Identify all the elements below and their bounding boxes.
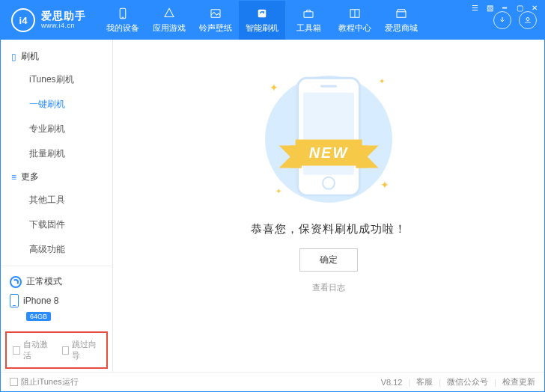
sidebar-status: 正常模式 iPhone 8 64GB [1,266,112,327]
sparkle-icon: ✦ [380,179,389,191]
top-nav: 我的设备 应用游戏 铃声壁纸 智能刷机 工具箱 教程中心 [100,1,424,40]
divider: | [494,378,496,387]
svg-point-5 [526,18,529,21]
window-controls: ☰ ▧ ━ ▢ ✕ [469,3,540,12]
check-update-link[interactable]: 检查更新 [502,376,535,388]
checkbox-label: 阻止iTunes运行 [21,376,79,388]
nav-label: 我的设备 [106,22,139,34]
device-icon [10,294,19,307]
sparkle-icon: ✦ [379,77,385,85]
main-panel: NEW ✦ ✦ ✦ ✦ 恭喜您，保资料刷机成功啦！ 确定 查看日志 [113,40,544,372]
brand-subtitle: www.i4.cn [41,22,86,30]
divider: | [439,378,441,387]
nav-label: 教程中心 [338,22,371,34]
device-row[interactable]: iPhone 8 [8,291,105,310]
nav-flash[interactable]: 智能刷机 [239,1,285,40]
wallpaper-icon [209,7,222,20]
sidebar-item-pro-flash[interactable]: 专业刷机 [1,117,112,141]
mode-icon [10,276,22,288]
device-label: iPhone 8 [23,295,58,306]
nav-ringtones[interactable]: 铃声壁纸 [192,1,239,40]
checkbox-skip-guide[interactable]: 跳过向导 [62,339,101,361]
minimize-icon[interactable]: ━ [499,3,510,12]
phone-icon: ▯ [11,52,16,62]
svg-rect-3 [258,10,267,18]
nav-toolbox[interactable]: 工具箱 [285,1,332,40]
title-bar: ☰ ▧ ━ ▢ ✕ i4 爱思助手 www.i4.cn 我的设备 应用游戏 [1,1,544,40]
nav-label: 工具箱 [296,22,321,34]
download-button[interactable] [493,11,511,29]
success-message: 恭喜您，保资料刷机成功啦！ [251,222,407,236]
close-icon[interactable]: ✕ [529,3,540,12]
checkbox-icon [62,346,70,355]
checkbox-label: 跳过向导 [72,339,100,361]
sparkle-icon: ✦ [275,187,281,195]
group-label: 刷机 [21,50,39,63]
logo-icon: i4 [11,8,35,32]
sidebar-item-other-tools[interactable]: 其他工具 [1,188,112,212]
nav-tutorials[interactable]: 教程中心 [332,1,378,40]
skin-icon[interactable]: ▧ [484,3,495,12]
user-button[interactable] [519,11,537,29]
nav-label: 铃声壁纸 [199,22,232,34]
footer-right: V8.12 | 客服 | 微信公众号 | 检查更新 [381,376,535,388]
divider: | [408,378,410,387]
ribbon-text: NEW [296,139,362,165]
nav-apps[interactable]: 应用游戏 [146,1,192,40]
sidebar-group-more: ≡ 更多 [1,166,112,188]
sidebar: ▯ 刷机 iTunes刷机 一键刷机 专业刷机 批量刷机 ≡ 更多 其他工具 下… [1,40,113,372]
checkbox-icon [10,378,18,386]
svg-rect-4 [304,12,313,18]
brand-title: 爱思助手 [41,10,86,22]
storage-badge: 64GB [26,312,51,321]
menu-icon[interactable]: ☰ [469,3,480,12]
toolbox-icon [302,7,315,20]
sidebar-item-itunes-flash[interactable]: iTunes刷机 [1,67,112,92]
nav-label: 爱思商城 [385,22,418,34]
sparkle-icon: ✦ [270,82,278,94]
support-link[interactable]: 客服 [416,376,433,388]
checkbox-block-itunes[interactable]: 阻止iTunes运行 [10,376,79,388]
sidebar-scroll: ▯ 刷机 iTunes刷机 一键刷机 专业刷机 批量刷机 ≡ 更多 其他工具 下… [1,40,112,266]
options-highlight: 自动激活 跳过向导 [5,331,108,369]
nav-label: 应用游戏 [153,22,186,34]
version-label: V8.12 [381,378,403,387]
sidebar-group-flash: ▯ 刷机 [1,46,112,67]
mode-label: 正常模式 [26,275,62,288]
book-icon [348,7,362,20]
app-window: ☰ ▧ ━ ▢ ✕ i4 爱思助手 www.i4.cn 我的设备 应用游戏 [0,0,545,392]
nav-store[interactable]: 爱思商城 [378,1,424,40]
view-log-link[interactable]: 查看日志 [312,282,345,293]
wechat-link[interactable]: 微信公众号 [447,376,488,388]
sidebar-item-advanced[interactable]: 高级功能 [1,237,112,262]
nav-label: 智能刷机 [246,22,278,34]
status-bar: 阻止iTunes运行 V8.12 | 客服 | 微信公众号 | 检查更新 [1,372,544,391]
phone-graphic [296,77,361,197]
flash-icon [255,7,269,20]
success-illustration: NEW ✦ ✦ ✦ ✦ [250,68,407,210]
store-icon [395,7,408,20]
sidebar-item-oneclick-flash[interactable]: 一键刷机 [1,92,112,117]
nav-my-device[interactable]: 我的设备 [100,1,146,40]
group-label: 更多 [21,171,39,183]
sidebar-item-batch-flash[interactable]: 批量刷机 [1,141,112,166]
device-icon [116,7,130,20]
maximize-icon[interactable]: ▢ [514,3,525,12]
brand-text: 爱思助手 www.i4.cn [41,10,86,29]
checkbox-label: 自动激活 [23,339,52,361]
ribbon: NEW [296,139,362,165]
header-actions [493,11,537,29]
list-icon: ≡ [11,172,16,183]
body: ▯ 刷机 iTunes刷机 一键刷机 专业刷机 批量刷机 ≡ 更多 其他工具 下… [1,40,544,372]
brand: i4 爱思助手 www.i4.cn [11,8,86,32]
checkbox-auto-activate[interactable]: 自动激活 [13,339,52,361]
checkbox-icon [13,346,20,355]
mode-row[interactable]: 正常模式 [8,272,105,291]
apps-icon [162,7,176,20]
sidebar-item-download-firmware[interactable]: 下载固件 [1,212,112,237]
confirm-button[interactable]: 确定 [299,248,358,272]
